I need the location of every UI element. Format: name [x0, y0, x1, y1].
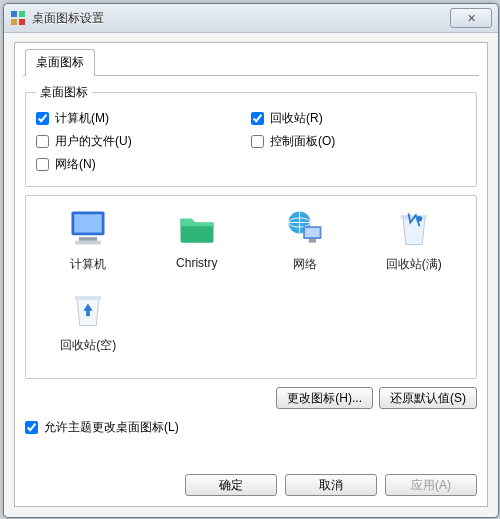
- check-network-label: 网络(N): [55, 156, 96, 173]
- check-network[interactable]: 网络(N): [36, 153, 251, 176]
- check-computer[interactable]: 计算机(M): [36, 107, 251, 130]
- group-label: 桌面图标: [36, 84, 92, 101]
- check-recycle-box[interactable]: [251, 112, 264, 125]
- allow-theme-checkbox[interactable]: [25, 421, 38, 434]
- check-userfiles-label: 用户的文件(U): [55, 133, 132, 150]
- icon-item-network[interactable]: 网络: [251, 206, 360, 273]
- folder-icon: [175, 206, 219, 250]
- client-area: 桌面图标 桌面图标 计算机(M) 回收站(R) 用户的文件(U): [14, 42, 488, 507]
- check-recycle-label: 回收站(R): [270, 110, 323, 127]
- icon-preview-box: 计算机 Christry 网络: [25, 195, 477, 379]
- icon-item-userfolder[interactable]: Christry: [143, 206, 252, 273]
- tab-desktop-icons[interactable]: 桌面图标: [25, 49, 95, 76]
- svg-point-13: [417, 216, 423, 222]
- close-icon: ✕: [467, 12, 476, 25]
- icon-label: 回收站(空): [60, 337, 116, 354]
- checkbox-grid: 计算机(M) 回收站(R) 用户的文件(U) 控制面板(O) 网络(N): [36, 107, 466, 176]
- tab-strip: 桌面图标: [23, 49, 479, 76]
- svg-rect-2: [11, 19, 17, 25]
- check-userfiles-box[interactable]: [36, 135, 49, 148]
- check-userfiles[interactable]: 用户的文件(U): [36, 130, 251, 153]
- svg-rect-0: [11, 11, 17, 17]
- icon-list: 计算机 Christry 网络: [34, 206, 468, 368]
- check-network-box[interactable]: [36, 158, 49, 171]
- icon-label: 计算机: [70, 256, 106, 273]
- check-controlpanel[interactable]: 控制面板(O): [251, 130, 466, 153]
- icon-label: 回收站(满): [386, 256, 442, 273]
- change-icon-button[interactable]: 更改图标(H)...: [276, 387, 373, 409]
- svg-rect-5: [75, 214, 103, 232]
- check-controlpanel-box[interactable]: [251, 135, 264, 148]
- check-recycle[interactable]: 回收站(R): [251, 107, 466, 130]
- svg-rect-12: [309, 239, 316, 243]
- icon-item-recycle-empty[interactable]: 回收站(空): [34, 287, 143, 354]
- check-computer-label: 计算机(M): [55, 110, 109, 127]
- cancel-button[interactable]: 取消: [285, 474, 377, 496]
- dialog-window: 桌面图标设置 ✕ 桌面图标 桌面图标 计算机(M) 回收站(R) 用户的文件(U…: [3, 3, 499, 518]
- svg-rect-7: [75, 241, 101, 245]
- icon-buttons-row: 更改图标(H)... 还原默认值(S): [25, 387, 477, 409]
- title-bar: 桌面图标设置 ✕: [4, 4, 498, 33]
- dialog-footer: 确定 取消 应用(A): [25, 474, 477, 496]
- check-computer-box[interactable]: [36, 112, 49, 125]
- icon-label: Christry: [176, 256, 217, 270]
- network-icon: [283, 206, 327, 250]
- app-icon: [10, 10, 26, 26]
- svg-rect-3: [19, 19, 25, 25]
- window-title: 桌面图标设置: [32, 10, 450, 27]
- check-controlpanel-label: 控制面板(O): [270, 133, 335, 150]
- svg-rect-11: [305, 228, 320, 237]
- ok-button[interactable]: 确定: [185, 474, 277, 496]
- restore-default-button[interactable]: 还原默认值(S): [379, 387, 477, 409]
- apply-button[interactable]: 应用(A): [385, 474, 477, 496]
- icon-label: 网络: [293, 256, 317, 273]
- computer-icon: [66, 206, 110, 250]
- svg-rect-6: [79, 237, 97, 241]
- recycle-empty-icon: [66, 287, 110, 331]
- allow-theme-label: 允许主题更改桌面图标(L): [44, 419, 179, 436]
- icon-item-computer[interactable]: 计算机: [34, 206, 143, 273]
- group-desktop-icons: 桌面图标 计算机(M) 回收站(R) 用户的文件(U) 控制面板(O): [25, 84, 477, 187]
- close-button[interactable]: ✕: [450, 8, 492, 28]
- recycle-full-icon: [392, 206, 436, 250]
- allow-theme-row[interactable]: 允许主题更改桌面图标(L): [25, 419, 477, 436]
- icon-item-recycle-full[interactable]: 回收站(满): [360, 206, 469, 273]
- tab-label: 桌面图标: [36, 55, 84, 69]
- svg-rect-1: [19, 11, 25, 17]
